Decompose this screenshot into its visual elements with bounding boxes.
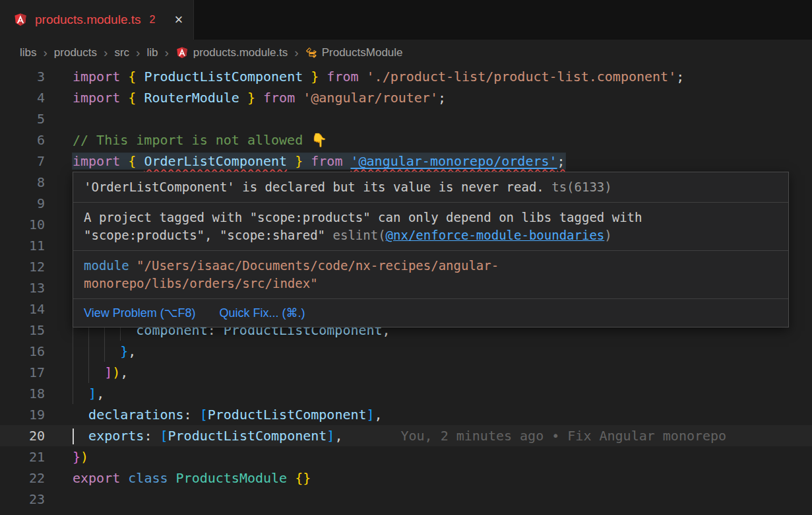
breadcrumb-libs[interactable]: libs [20, 46, 37, 59]
code-line-content[interactable]: ]), [73, 362, 128, 383]
diagnostic-eslint-message: A project tagged with "scope:products" c… [73, 203, 788, 251]
quick-fix-link[interactable]: Quick Fix... (⌘.) [219, 306, 305, 320]
chevron-right-icon: › [136, 46, 140, 60]
tab-title: products.module.ts [35, 13, 141, 27]
eslint-message-line1: A project tagged with "scope:products" c… [84, 210, 642, 224]
code-line-content[interactable]: declarations: [ProductListComponent], [73, 404, 383, 425]
code-token: { [128, 90, 136, 106]
code-line-content[interactable]: import { RouterModule } from '@angular/r… [73, 87, 446, 108]
code-line[interactable]: 7import { OrderListComponent } from '@an… [0, 151, 812, 172]
code-token [136, 153, 144, 169]
tab-problems-badge: 2 [150, 14, 156, 26]
line-number[interactable]: 7 [0, 151, 45, 172]
code-token: declarations [88, 407, 184, 423]
code-token: } [247, 90, 255, 106]
code-token: ProductsModule [176, 470, 288, 486]
line-number[interactable]: 10 [0, 214, 45, 235]
code-line[interactable]: 18 ], [0, 383, 812, 404]
line-number[interactable]: 23 [0, 489, 45, 510]
code-line[interactable]: 17 ]), [0, 362, 812, 383]
line-number[interactable]: 22 [0, 467, 45, 489]
code-line-content[interactable]: import { OrderListComponent } from '@ang… [73, 151, 565, 172]
hover-status-bar: View Problem (⌥F8) Quick Fix... (⌘.) [73, 299, 788, 327]
code-line[interactable]: 23 [0, 489, 812, 510]
line-number[interactable]: 11 [0, 235, 45, 256]
code-line-content[interactable]: import { ProductListComponent } from './… [73, 66, 684, 87]
module-definition-preview: module "/Users/isaac/Documents/code/nx-r… [73, 251, 788, 299]
code-token [136, 69, 144, 85]
code-line-content[interactable]: // This import is not allowed 👇 [73, 129, 327, 151]
breadcrumb-symbol-productsmodule[interactable]: ProductsModule [305, 46, 403, 59]
code-line-content[interactable]: export class ProductsModule {} [73, 467, 311, 489]
code-line-content[interactable]: }) [73, 446, 88, 467]
code-token [120, 153, 128, 169]
line-number[interactable]: 21 [0, 446, 45, 467]
eslint-source-close: ) [604, 228, 611, 242]
code-token [303, 153, 311, 169]
line-number[interactable]: 12 [0, 256, 45, 277]
line-number[interactable]: 14 [0, 298, 45, 320]
line-number[interactable]: 4 [0, 87, 45, 108]
code-token: , [120, 364, 128, 380]
code-token: , [375, 407, 383, 423]
breadcrumb-file[interactable]: products.module.ts [175, 46, 288, 59]
module-path-line1: "/Users/isaac/Documents/code/nx-recipes/… [129, 258, 499, 273]
line-number[interactable]: 19 [0, 404, 45, 425]
code-token: class [128, 470, 168, 486]
line-number[interactable]: 5 [0, 108, 45, 129]
indent-guide [104, 341, 120, 362]
code-token [239, 90, 247, 106]
code-line-content[interactable]: exports: [ProductListComponent],You, 2 m… [73, 425, 726, 446]
eslint-rule-link[interactable]: @nx/enforce-module-boundaries [386, 228, 605, 242]
line-number[interactable]: 20 [0, 425, 45, 446]
line-number[interactable]: 17 [0, 362, 45, 383]
code-token: '@angular/router' [303, 90, 438, 106]
code-token: exports [88, 428, 144, 444]
line-number[interactable]: 9 [0, 193, 45, 214]
close-icon[interactable]: × [174, 11, 183, 28]
code-line[interactable]: 21}) [0, 446, 812, 467]
line-number[interactable]: 18 [0, 383, 45, 404]
code-line[interactable]: 20 exports: [ProductListComponent],You, … [0, 425, 812, 446]
code-token: ] [104, 364, 112, 380]
module-path-line2: monorepo/libs/orders/src/index" [84, 276, 318, 291]
code-line[interactable]: 5 [0, 108, 812, 129]
code-line[interactable]: 19 declarations: [ProductListComponent], [0, 404, 812, 425]
code-line-content[interactable]: }, [73, 341, 136, 362]
code-token: from [311, 153, 342, 169]
code-line[interactable]: 6// This import is not allowed 👇 [0, 129, 812, 151]
tab-products-module[interactable]: products.module.ts 2 × [0, 0, 194, 40]
line-number[interactable]: 6 [0, 129, 45, 151]
line-number[interactable]: 15 [0, 320, 45, 341]
line-number[interactable]: 3 [0, 66, 45, 87]
code-token: ProductListComponent [168, 428, 327, 444]
code-line[interactable]: 3import { ProductListComponent } from '.… [0, 66, 812, 87]
code-line-content[interactable]: ], [73, 383, 104, 404]
line-number[interactable]: 16 [0, 341, 45, 362]
code-token: from [263, 90, 295, 106]
breadcrumb-products[interactable]: products [54, 46, 97, 59]
code-token [303, 69, 311, 85]
view-problem-link[interactable]: View Problem (⌥F8) [84, 306, 195, 320]
breadcrumb-src[interactable]: src [114, 46, 129, 59]
code-token: // This import is not allowed 👇 [73, 132, 327, 148]
code-token [319, 69, 327, 85]
text-cursor [73, 429, 74, 444]
chevron-right-icon: › [44, 46, 47, 60]
code-token: , [96, 386, 104, 401]
line-number[interactable]: 13 [0, 277, 45, 298]
code-token: '@angular-monorepo/orders' [351, 153, 557, 169]
code-token [295, 90, 303, 106]
code-token: ProductListComponent [144, 69, 303, 85]
code-line[interactable]: 16 }, [0, 341, 812, 362]
code-token: , [334, 428, 342, 444]
git-blame-annotation: You, 2 minutes ago • Fix Angular monorep… [400, 428, 726, 444]
code-token: import [73, 90, 120, 106]
line-number[interactable]: 8 [0, 172, 45, 193]
code-line[interactable]: 4import { RouterModule } from '@angular/… [0, 87, 812, 108]
code-line[interactable]: 22export class ProductsModule {} [0, 467, 812, 489]
class-symbol-icon [305, 47, 317, 59]
code-token: ProductListComponent [208, 407, 367, 423]
editor[interactable]: 3import { ProductListComponent } from '.… [0, 66, 812, 515]
breadcrumb-lib[interactable]: lib [146, 46, 158, 59]
